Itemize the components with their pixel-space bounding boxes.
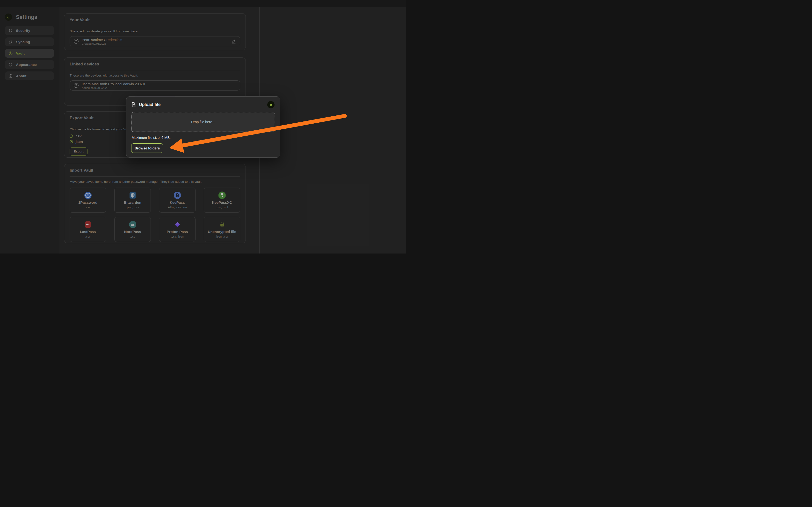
page-title: Settings: [16, 14, 37, 20]
card-description: Move your saved items here from another …: [69, 180, 240, 183]
sidebar-item-label: Vault: [16, 51, 24, 55]
import-tile-unencrypted-file[interactable]: Unencrypted file.json, .csv: [204, 217, 240, 242]
onepassword-icon: [84, 191, 92, 199]
sidebar-item-appearance[interactable]: Appearance: [5, 60, 54, 69]
upload-file-modal: Upload file Drop file here... Maximum fi…: [126, 96, 280, 158]
import-sources-grid: 1Password.csvBitwarden.json, .csvKeePass…: [69, 187, 240, 242]
settings-sidebar: Settings SecuritySyncingVaultAppearanceA…: [0, 7, 59, 253]
file-document-icon: [132, 102, 136, 107]
file-dropzone[interactable]: Drop file here...: [131, 112, 275, 132]
sidebar-header: Settings: [5, 13, 59, 21]
radio-selected-icon[interactable]: [69, 140, 73, 144]
key-circle-icon: [8, 51, 13, 56]
sidebar-item-label: About: [16, 74, 27, 78]
close-button[interactable]: [267, 101, 274, 108]
card-title: Your Vault: [69, 18, 240, 22]
shield-icon: [8, 29, 13, 33]
import-source-name: LastPass: [80, 230, 96, 234]
sidebar-item-about[interactable]: About: [5, 71, 54, 80]
import-tile-keepass[interactable]: KeePass.kdbx, .csv, .xml: [159, 187, 196, 213]
import-vault-card: Import Vault Move your saved items here …: [64, 164, 246, 243]
unencrypted-icon: [218, 221, 226, 228]
import-tile-keepassxc[interactable]: KeePassXC.csv, .xml: [204, 187, 240, 213]
import-tile-bitwarden[interactable]: Bitwarden.json, .csv: [114, 187, 151, 213]
sync-icon: [8, 40, 13, 44]
key-circle-icon: [73, 82, 79, 89]
nordpass-icon: [129, 221, 137, 228]
keepassxc-icon: [218, 191, 226, 199]
radio-label: json: [75, 140, 83, 144]
keepass-icon: [173, 191, 181, 199]
import-tile-lastpass[interactable]: LastPass.csv: [69, 217, 106, 242]
info-icon: [8, 74, 13, 78]
import-source-name: 1Password: [78, 201, 97, 205]
dropzone-text: Drop file here...: [191, 120, 215, 124]
bitwarden-icon: [129, 191, 137, 199]
import-source-formats: .csv, .xml: [216, 206, 228, 209]
arrow-left-icon: [6, 15, 10, 19]
import-source-formats: .csv, .json: [171, 235, 184, 238]
edit-pencil-icon[interactable]: [231, 39, 237, 44]
sidebar-item-label: Syncing: [16, 40, 30, 44]
import-source-name: Bitwarden: [124, 201, 141, 205]
max-file-size-text: Maximum file size: 6 MB.: [132, 136, 170, 139]
vault-item-row[interactable]: PearRuntime Credentials Created 02/03/20…: [69, 36, 240, 46]
back-button[interactable]: [5, 13, 12, 21]
divider: [69, 70, 240, 70]
radio-unselected-icon[interactable]: [69, 134, 73, 138]
import-source-formats: .csv: [85, 235, 90, 238]
lastpass-icon: [84, 221, 92, 228]
card-title: Import Vault: [69, 168, 240, 173]
import-source-formats: .json, .csv: [215, 235, 229, 238]
device-name: users-MacBook-Pro.local darwin 23.6.0: [82, 82, 145, 86]
your-vault-card: Your Vault Share, edit, or delete your v…: [64, 13, 246, 50]
import-source-name: Proton Pass: [167, 230, 188, 234]
vault-created-date: Created 02/03/2026: [82, 42, 122, 45]
sidebar-item-vault[interactable]: Vault: [5, 49, 54, 58]
device-added-date: Added on 02/03/2026: [82, 87, 145, 89]
key-circle-icon: [73, 38, 79, 44]
import-source-name: NordPass: [124, 230, 141, 234]
sidebar-item-security[interactable]: Security: [5, 26, 54, 35]
sidebar-item-label: Security: [16, 29, 30, 33]
browse-folders-button[interactable]: Browse folders: [131, 144, 163, 153]
export-button[interactable]: Export: [69, 147, 88, 156]
protonpass-icon: [173, 221, 181, 228]
card-title: Linked devices: [69, 62, 240, 67]
palette-icon: [8, 62, 13, 67]
card-description: Share, edit, or delete your vault from o…: [69, 30, 240, 33]
sidebar-nav: SecuritySyncingVaultAppearanceAbout: [0, 26, 59, 80]
sidebar-item-syncing[interactable]: Syncing: [5, 38, 54, 46]
import-tile-nordpass[interactable]: NordPass.csv: [114, 217, 151, 242]
import-source-formats: .kdbx, .csv, .xml: [167, 206, 187, 209]
import-source-name: Unencrypted file: [208, 230, 236, 234]
import-source-name: KeePassXC: [212, 201, 232, 205]
radio-label: csv: [75, 134, 82, 138]
device-row[interactable]: users-MacBook-Pro.local darwin 23.6.0 Ad…: [69, 80, 240, 91]
modal-header: Upload file: [132, 102, 274, 107]
card-description: These are the devices with access to thi…: [69, 74, 240, 77]
settings-page: Settings SecuritySyncingVaultAppearanceA…: [0, 0, 406, 253]
import-tile-1password[interactable]: 1Password.csv: [69, 187, 106, 213]
window-title-bar: [0, 0, 406, 7]
import-source-name: KeePass: [170, 201, 185, 205]
import-source-formats: .csv: [85, 206, 90, 209]
modal-title: Upload file: [139, 102, 160, 107]
import-tile-proton-pass[interactable]: Proton Pass.csv, .json: [159, 217, 196, 242]
import-source-formats: .json, .csv: [126, 206, 139, 209]
divider: [69, 26, 240, 26]
sidebar-item-label: Appearance: [16, 62, 37, 67]
import-source-formats: .csv: [130, 235, 135, 238]
close-x-icon: [269, 103, 273, 107]
vault-name: PearRuntime Credentials: [82, 38, 122, 42]
